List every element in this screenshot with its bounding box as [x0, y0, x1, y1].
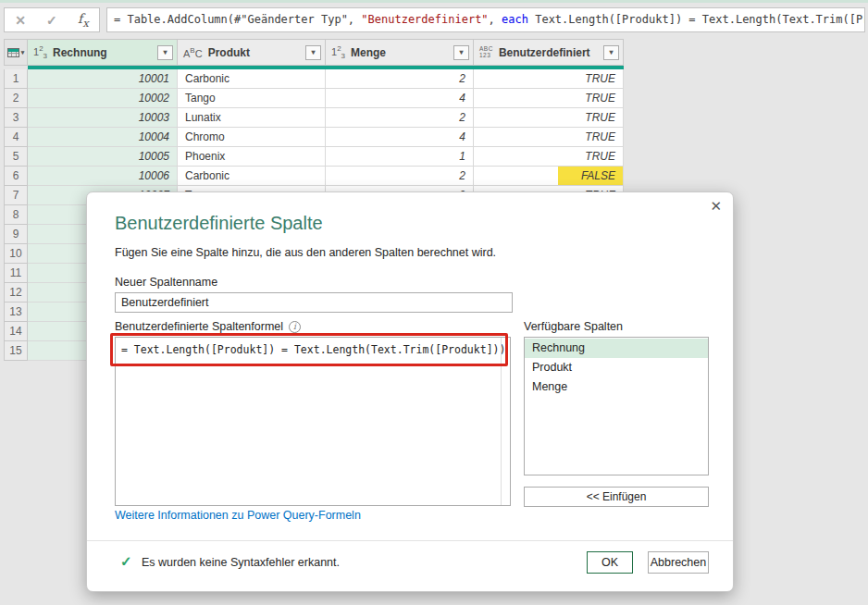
cancel-formula-icon[interactable]: ✕: [15, 13, 26, 28]
new-column-name-input[interactable]: Benutzerdefiniert: [115, 292, 513, 313]
table-icon: [7, 48, 19, 57]
cell-benutzerdefiniert[interactable]: FALSE: [474, 167, 624, 186]
table-row: 610006Carbonic2FALSE: [4, 167, 624, 186]
cell-rechnung[interactable]: 10006: [28, 167, 178, 186]
row-number[interactable]: 2: [4, 89, 28, 108]
cell-benutzerdefiniert[interactable]: TRUE: [474, 69, 624, 89]
filter-dropdown-icon: ▾: [459, 48, 463, 56]
any-type-icon[interactable]: ABC123: [479, 46, 493, 58]
cell-benutzerdefiniert[interactable]: TRUE: [474, 89, 624, 108]
cell-benutzerdefiniert[interactable]: TRUE: [474, 147, 624, 167]
row-number[interactable]: 9: [4, 225, 28, 244]
cell-menge[interactable]: 4: [326, 89, 474, 108]
cell-produkt[interactable]: Tango: [178, 89, 326, 108]
cell-menge[interactable]: 2: [326, 108, 474, 128]
insert-button[interactable]: << Einfügen: [524, 487, 709, 507]
chevron-down-icon: ▾: [21, 49, 25, 56]
row-number[interactable]: 14: [4, 322, 28, 341]
cell-menge[interactable]: 4: [326, 128, 474, 147]
row-number[interactable]: 8: [4, 205, 28, 225]
ribbon-bottom-accent: [0, 0, 868, 3]
formula-label-row: Benutzerdefinierte Spaltenformel i: [115, 320, 301, 333]
syntax-status-text: Es wurden keine Syntaxfehler erkannt.: [142, 556, 340, 569]
table-row: 210002Tango4TRUE: [4, 89, 624, 108]
row-number[interactable]: 15: [4, 341, 28, 361]
cell-rechnung[interactable]: 10002: [28, 89, 178, 108]
cancel-button[interactable]: Abbrechen: [648, 551, 709, 574]
dialog-title: Benutzerdefinierte Spalte: [115, 213, 323, 234]
column-header-rechnung[interactable]: 123 Rechnung ▾: [28, 39, 178, 66]
learn-more-link[interactable]: Weitere Informationen zu Power Query-For…: [115, 509, 361, 522]
syntax-ok-check-icon: ✓: [120, 553, 132, 570]
row-number[interactable]: 12: [4, 283, 28, 302]
filter-dropdown-icon: ▾: [609, 48, 613, 56]
row-number[interactable]: 10: [4, 244, 28, 264]
column-header-menge[interactable]: 123 Menge ▾: [326, 39, 474, 66]
cell-rechnung[interactable]: 10005: [28, 147, 178, 167]
table-select-button[interactable]: ▾: [4, 39, 28, 66]
available-columns-list[interactable]: RechnungProduktMenge: [524, 337, 709, 475]
custom-formula-text: = Text.Length([Produkt]) = Text.Length(T…: [121, 343, 505, 356]
cell-benutzerdefiniert[interactable]: TRUE: [474, 108, 624, 128]
available-column-item[interactable]: Menge: [525, 377, 708, 397]
formula-bar-buttons: ✕ ✓ fx: [4, 7, 100, 32]
column-label: Benutzerdefiniert: [499, 46, 603, 59]
row-number[interactable]: 1: [4, 69, 28, 89]
column-header-produkt[interactable]: ABC Produkt ▾: [178, 39, 326, 66]
whole-number-type-icon[interactable]: 123: [33, 44, 47, 61]
available-columns-label: Verfügbare Spalten: [524, 320, 623, 333]
row-number[interactable]: 13: [4, 302, 28, 322]
row-number[interactable]: 6: [4, 167, 28, 186]
filter-button[interactable]: ▾: [453, 45, 469, 60]
cell-rechnung[interactable]: 10004: [28, 128, 178, 147]
cell-menge[interactable]: 2: [326, 69, 474, 89]
dialog-subtitle: Fügen Sie eine Spalte hinzu, die aus den…: [115, 246, 496, 259]
available-column-item[interactable]: Produkt: [525, 358, 708, 377]
custom-formula-input[interactable]: = Text.Length([Produkt]) = Text.Length(T…: [115, 337, 511, 506]
fx-icon: fx: [78, 11, 89, 30]
cell-produkt[interactable]: Lunatix: [178, 108, 326, 128]
filter-button[interactable]: ▾: [305, 45, 321, 60]
column-label: Rechnung: [53, 46, 157, 59]
commit-formula-icon[interactable]: ✓: [46, 13, 57, 28]
row-number[interactable]: 5: [4, 147, 28, 167]
table-row: 410004Chromo4TRUE: [4, 128, 624, 147]
close-icon[interactable]: ✕: [710, 198, 722, 215]
cell-benutzerdefiniert[interactable]: TRUE: [474, 128, 624, 147]
filter-dropdown-icon: ▾: [163, 48, 167, 56]
footer-divider: [87, 540, 733, 541]
ok-button[interactable]: OK: [587, 551, 633, 574]
formula-text: = Table.AddColumn(#"Geänderter Typ", "Be…: [114, 13, 865, 26]
highlighted-cell-value: FALSE: [558, 167, 624, 186]
column-header-benutzerdefiniert[interactable]: ABC123 Benutzerdefiniert ▾: [474, 39, 624, 66]
cell-menge[interactable]: 1: [326, 147, 474, 167]
row-number[interactable]: 11: [4, 264, 28, 283]
custom-column-dialog: ✕ Benutzerdefinierte Spalte Fügen Sie ei…: [86, 191, 734, 592]
cell-rechnung[interactable]: 10003: [28, 108, 178, 128]
custom-formula-label: Benutzerdefinierte Spaltenformel: [115, 320, 283, 333]
available-column-item[interactable]: Rechnung: [525, 339, 708, 358]
filter-button[interactable]: ▾: [157, 45, 173, 60]
table-row: 110001Carbonic2TRUE: [4, 69, 624, 89]
table-row: 510005Phoenix1TRUE: [4, 147, 624, 167]
cell-rechnung[interactable]: 10001: [28, 69, 178, 89]
formula-scroll-gutter: [501, 338, 502, 505]
row-number[interactable]: 3: [4, 108, 28, 128]
cell-produkt[interactable]: Phoenix: [178, 147, 326, 167]
text-type-icon[interactable]: ABC: [183, 46, 203, 58]
cell-produkt[interactable]: Carbonic: [178, 167, 326, 186]
cell-menge[interactable]: 2: [326, 167, 474, 186]
info-icon[interactable]: i: [289, 321, 301, 333]
formula-bar-input[interactable]: = Table.AddColumn(#"Geänderter Typ", "Be…: [106, 7, 865, 32]
new-column-name-label: Neuer Spaltenname: [115, 276, 217, 289]
row-number[interactable]: 7: [4, 186, 28, 205]
column-label: Menge: [351, 46, 453, 59]
filter-dropdown-icon: ▾: [311, 48, 315, 56]
filter-button[interactable]: ▾: [603, 45, 619, 60]
cell-produkt[interactable]: Carbonic: [178, 69, 326, 89]
table-header: ▾ 123 Rechnung ▾ ABC Produkt ▾ 123 Menge…: [4, 39, 624, 66]
whole-number-type-icon[interactable]: 123: [331, 44, 345, 61]
cell-produkt[interactable]: Chromo: [178, 128, 326, 147]
row-number[interactable]: 4: [4, 128, 28, 147]
table-row: 310003Lunatix2TRUE: [4, 108, 624, 128]
